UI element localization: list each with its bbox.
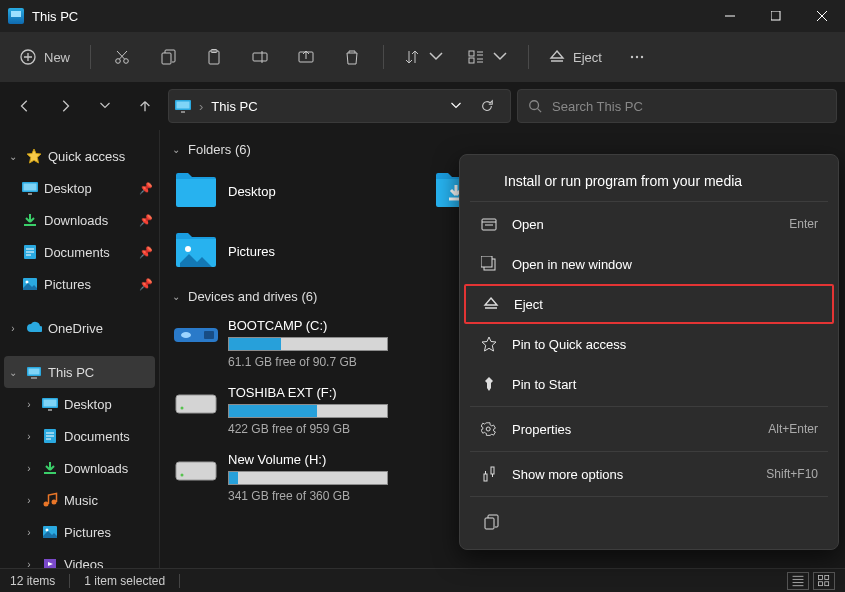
pin-icon: 📌 (139, 246, 153, 259)
ctx-shortcut: Alt+Enter (768, 422, 818, 436)
ctx-pin-quick-access[interactable]: Pin to Quick access (464, 324, 834, 364)
chevron-down-icon[interactable]: ⌄ (6, 367, 20, 378)
refresh-button[interactable] (470, 89, 504, 123)
drive-item[interactable]: TOSHIBA EXT (F:) 422 GB free of 959 GB (174, 385, 424, 436)
ctx-open-new-window[interactable]: Open in new window (464, 244, 834, 284)
sidebar-music[interactable]: › Music (0, 484, 159, 516)
copy-button[interactable] (147, 39, 189, 75)
folder-pictures[interactable]: Pictures (174, 231, 404, 271)
tiles-view-button[interactable] (813, 572, 835, 590)
gear-icon (480, 420, 498, 438)
forward-button[interactable] (48, 89, 82, 123)
window-title: This PC (32, 9, 78, 24)
chevron-right-icon[interactable]: › (22, 463, 36, 474)
ctx-label: Eject (514, 297, 816, 312)
share-button[interactable] (285, 39, 327, 75)
close-button[interactable] (799, 0, 845, 32)
ctx-pin-start[interactable]: Pin to Start (464, 364, 834, 404)
ctx-label: Pin to Start (512, 377, 818, 392)
sidebar-documents2[interactable]: › Documents (0, 420, 159, 452)
drive-bar (228, 337, 388, 351)
folder-icon (174, 231, 218, 271)
folder-label: Pictures (228, 244, 275, 259)
details-view-button[interactable] (787, 572, 809, 590)
sidebar-pictures[interactable]: Pictures 📌 (0, 268, 159, 300)
more-button[interactable] (616, 39, 658, 75)
chevron-down-icon[interactable]: ⌄ (6, 151, 20, 162)
search-placeholder: Search This PC (552, 99, 643, 114)
ctx-shortcut: Shift+F10 (766, 467, 818, 481)
new-button[interactable]: New (10, 39, 80, 75)
context-menu-header: Install or run program from your media (464, 159, 834, 199)
drive-item[interactable]: BOOTCAMP (C:) 61.1 GB free of 90.7 GB (174, 318, 424, 369)
search-input[interactable]: Search This PC (517, 89, 837, 123)
status-selected: 1 item selected (84, 574, 165, 588)
ctx-show-more[interactable]: Show more options Shift+F10 (464, 454, 834, 494)
paste-button[interactable] (193, 39, 235, 75)
sort-button[interactable] (394, 39, 454, 75)
back-button[interactable] (8, 89, 42, 123)
drive-icon (174, 454, 218, 486)
up-button[interactable] (128, 89, 162, 123)
sidebar-pictures2[interactable]: › Pictures (0, 516, 159, 548)
chevron-down-icon[interactable]: ⌄ (172, 291, 180, 302)
delete-button[interactable] (331, 39, 373, 75)
address-bar[interactable]: › This PC (168, 89, 511, 123)
ctx-label: Properties (512, 422, 754, 437)
document-icon (42, 428, 58, 444)
chevron-right-icon[interactable]: › (22, 559, 36, 569)
sidebar-downloads2[interactable]: › Downloads (0, 452, 159, 484)
folder-label: Desktop (228, 184, 276, 199)
ctx-shortcut: Enter (789, 217, 818, 231)
picture-icon (42, 524, 58, 540)
ctx-properties[interactable]: Properties Alt+Enter (464, 409, 834, 449)
chevron-down-icon[interactable]: ⌄ (172, 144, 180, 155)
drive-bar (228, 404, 388, 418)
search-icon (528, 99, 542, 113)
star-icon (26, 148, 42, 164)
sidebar-onedrive[interactable]: › OneDrive (0, 312, 159, 344)
sidebar-quick-access[interactable]: ⌄ Quick access (0, 140, 159, 172)
pin-icon: 📌 (139, 214, 153, 227)
star-icon (480, 335, 498, 353)
monitor-icon (175, 98, 191, 114)
cut-button[interactable] (101, 39, 143, 75)
folder-desktop[interactable]: Desktop (174, 171, 404, 211)
chevron-right-icon[interactable]: › (22, 399, 36, 410)
sidebar-documents[interactable]: Documents 📌 (0, 236, 159, 268)
ctx-label: Pin to Quick access (512, 337, 818, 352)
sidebar-desktop2[interactable]: › Desktop (0, 388, 159, 420)
minimize-button[interactable] (707, 0, 753, 32)
chevron-right-icon[interactable]: › (6, 323, 20, 334)
sidebar-label: Documents (64, 429, 130, 444)
chevron-right-icon[interactable]: › (22, 495, 36, 506)
history-button[interactable] (88, 89, 122, 123)
sidebar-label: Quick access (48, 149, 125, 164)
sidebar-label: Videos (64, 557, 104, 569)
toolbar: New Eject (0, 32, 845, 82)
sidebar-desktop[interactable]: Desktop 📌 (0, 172, 159, 204)
open-icon (480, 215, 498, 233)
rename-button[interactable] (239, 39, 281, 75)
drive-name: New Volume (H:) (228, 452, 424, 467)
chevron-right-icon[interactable]: › (22, 527, 36, 538)
view-button[interactable] (458, 39, 518, 75)
folder-icon (174, 171, 218, 211)
sidebar: ⌄ Quick access Desktop 📌 Downloads 📌 Doc… (0, 130, 160, 568)
maximize-button[interactable] (753, 0, 799, 32)
sidebar-videos[interactable]: › Videos (0, 548, 159, 568)
copy-icon[interactable] (474, 505, 508, 539)
monitor-icon (22, 180, 38, 196)
sidebar-this-pc[interactable]: ⌄ This PC (4, 356, 155, 388)
chevron-down-icon[interactable] (450, 100, 462, 112)
drive-free: 422 GB free of 959 GB (228, 422, 424, 436)
chevron-right-icon[interactable]: › (22, 431, 36, 442)
app-icon (8, 8, 24, 24)
drive-item[interactable]: New Volume (H:) 341 GB free of 360 GB (174, 452, 424, 503)
download-icon (22, 212, 38, 228)
sidebar-downloads[interactable]: Downloads 📌 (0, 204, 159, 236)
context-menu: Install or run program from your media O… (459, 154, 839, 550)
ctx-eject[interactable]: Eject (464, 284, 834, 324)
eject-button[interactable]: Eject (539, 39, 612, 75)
ctx-open[interactable]: Open Enter (464, 204, 834, 244)
